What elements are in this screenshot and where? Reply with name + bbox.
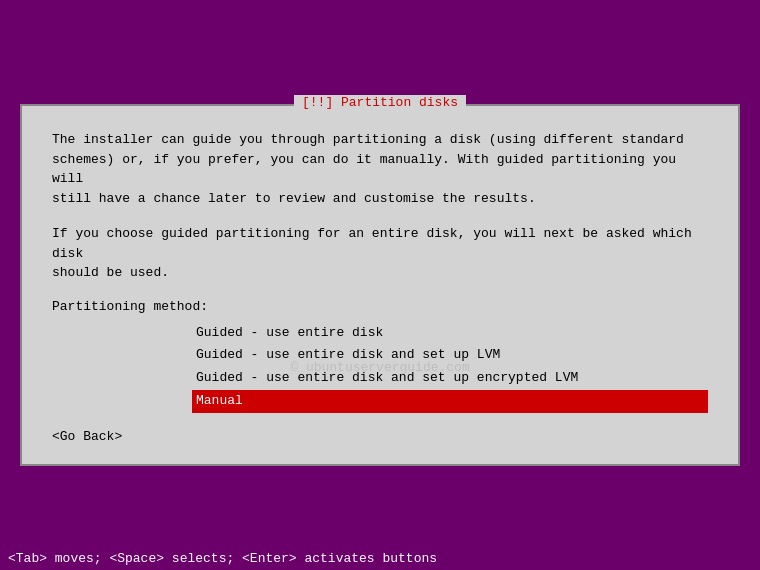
partitioning-method-label: Partitioning method: bbox=[52, 299, 708, 314]
dialog-box: [!!] Partition disks The installer can g… bbox=[20, 104, 740, 466]
option-guided-encrypted[interactable]: Guided - use entire disk and set up encr… bbox=[192, 367, 708, 390]
dialog-title: [!!] Partition disks bbox=[302, 95, 458, 110]
status-bar: <Tab> moves; <Space> selects; <Enter> ac… bbox=[0, 547, 760, 570]
screen: [!!] Partition disks The installer can g… bbox=[0, 0, 760, 570]
option-guided-entire[interactable]: Guided - use entire disk bbox=[192, 322, 708, 345]
go-back-button[interactable]: <Go Back> bbox=[52, 429, 122, 444]
option-manual[interactable]: Manual bbox=[192, 390, 708, 413]
description-paragraph-2: If you choose guided partitioning for an… bbox=[52, 224, 708, 283]
dialog-title-bar: [!!] Partition disks bbox=[294, 95, 466, 110]
dialog-content: The installer can guide you through part… bbox=[22, 106, 738, 464]
description-paragraph-1: The installer can guide you through part… bbox=[52, 130, 708, 208]
options-list: Guided - use entire disk Guided - use en… bbox=[192, 322, 708, 413]
buttons-row: <Go Back> bbox=[52, 429, 708, 444]
option-guided-lvm[interactable]: Guided - use entire disk and set up LVM bbox=[192, 344, 708, 367]
